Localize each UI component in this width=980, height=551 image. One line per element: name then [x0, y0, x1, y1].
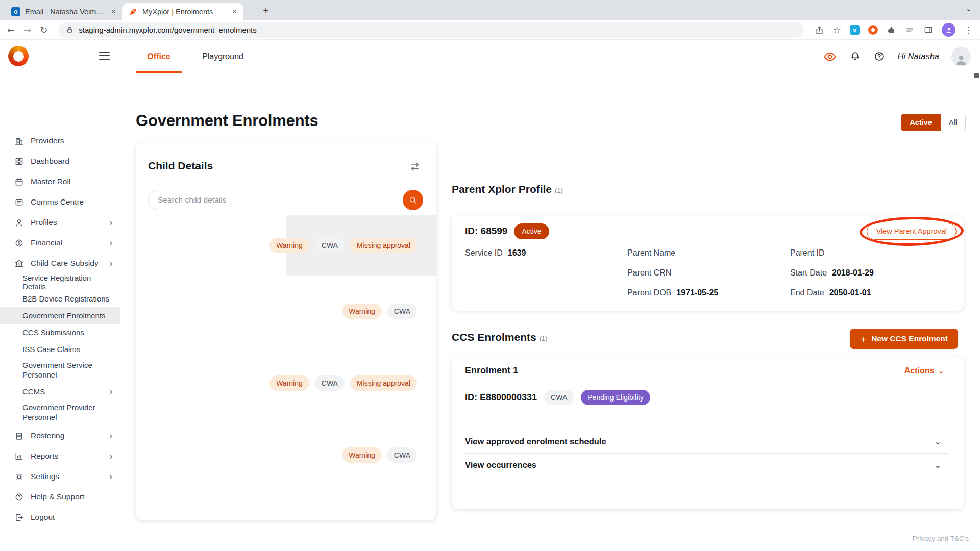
- sidebar-item-label: Child Care Subsidy: [31, 259, 99, 268]
- sidebar-item-label: Logout: [31, 513, 55, 522]
- dashboard-grid-icon: [14, 157, 24, 166]
- child-row[interactable]: Warning CWA Missing approval: [136, 347, 436, 419]
- redacted-child-name: [136, 419, 286, 491]
- user-avatar[interactable]: [951, 47, 971, 66]
- sidebar-subitem-iss-case-claims[interactable]: ISS Case Claims: [0, 341, 120, 358]
- child-row[interactable]: Warning CWA: [136, 276, 436, 347]
- warning-badge: Warning: [342, 304, 382, 319]
- filter-active-button[interactable]: Active: [901, 114, 941, 131]
- side-panel-icon[interactable]: [923, 25, 933, 35]
- eye-preview-icon[interactable]: [823, 49, 837, 64]
- close-tab-icon[interactable]: ×: [231, 7, 238, 16]
- forward-icon[interactable]: →: [23, 24, 31, 35]
- sidebar-item-financial[interactable]: Financial ›: [0, 233, 120, 253]
- row-badges: Warning CWA: [342, 447, 417, 463]
- view-occurrences-expander[interactable]: View occurrences ⌄: [465, 454, 949, 477]
- field-label: Start Date: [790, 268, 827, 278]
- calendar-icon: [14, 177, 24, 187]
- field-label: Service ID: [465, 248, 503, 258]
- browser-tab-bar: o Email - Natasha Veiman - Outl... × MyX…: [0, 0, 980, 20]
- refresh-icon[interactable]: [409, 161, 421, 173]
- annotated-button-wrap: View Parent Approval: [867, 223, 957, 240]
- child-row[interactable]: Warning CWA Missing approval: [136, 215, 436, 276]
- browser-tab-myxplor[interactable]: MyXplor | Enrolments ×: [122, 3, 243, 20]
- reading-list-icon[interactable]: [905, 25, 915, 35]
- parent-crn-field: Parent CRN: [627, 267, 718, 279]
- search-button[interactable]: [403, 190, 423, 210]
- bell-notifications-icon[interactable]: [849, 51, 861, 62]
- sidebar-item-dashboard[interactable]: Dashboard: [0, 151, 120, 171]
- sidebar-item-logout[interactable]: Logout: [0, 507, 120, 528]
- field-label: End Date: [790, 288, 824, 297]
- chevron-down-icon: ⌄: [935, 437, 941, 446]
- sidebar-item-label: Dashboard: [31, 157, 69, 166]
- share-icon[interactable]: [815, 25, 824, 35]
- sidebar-subitem-ccms[interactable]: CCMS›: [0, 383, 120, 400]
- subitem-label: ISS Case Claims: [22, 345, 80, 354]
- sidebar-item-help-support[interactable]: Help & Support: [0, 487, 120, 507]
- sidebar-subitem-government-service-personnel[interactable]: Government Service Personnel: [0, 358, 120, 383]
- menu-hamburger-icon[interactable]: [99, 52, 110, 62]
- sidebar-item-comms-centre[interactable]: Comms Centre: [0, 192, 120, 212]
- address-bar[interactable]: staging-admin.myxplor.com/government_enr…: [58, 22, 804, 38]
- url-text: staging-admin.myxplor.com/government_enr…: [79, 26, 257, 34]
- tab-office[interactable]: Office: [136, 52, 182, 61]
- scrollbar-thumb[interactable]: [974, 73, 979, 78]
- browser-menu-icon[interactable]: ⋮: [964, 25, 973, 35]
- button-label: New CCS Enrolment: [871, 334, 948, 343]
- close-tab-icon[interactable]: ×: [110, 7, 117, 16]
- parent-card-header: ID: 68599 Active View Parent Approval: [465, 222, 957, 240]
- view-approved-schedule-expander[interactable]: View approved enrolment schedule ⌄: [465, 430, 949, 454]
- sidebar-item-rostering[interactable]: Rostering ›: [0, 425, 120, 446]
- orange-extension-icon[interactable]: [868, 25, 878, 35]
- tab-search-chevron-icon[interactable]: ⌄: [965, 4, 972, 13]
- search-input[interactable]: [149, 190, 423, 210]
- sidebar-subitem-b2b-device-registrations[interactable]: B2B Device Registrations: [0, 290, 120, 307]
- new-tab-button[interactable]: +: [259, 4, 273, 17]
- xplor-logo[interactable]: [8, 46, 29, 66]
- bookmark-star-icon[interactable]: ☆: [833, 24, 841, 35]
- heading-text: Parent Xplor Profile: [452, 183, 552, 195]
- sidebar-item-label: Comms Centre: [31, 197, 84, 207]
- help-icon[interactable]: [873, 51, 885, 62]
- reload-icon[interactable]: ↻: [40, 24, 47, 35]
- user-icon: [14, 218, 24, 228]
- sidebar-item-label: Settings: [31, 472, 59, 481]
- app-header: Office Playground Hi Natasha: [0, 40, 980, 73]
- sidebar-subitem-government-provider-personnel[interactable]: Government Provider Personnel: [0, 400, 120, 425]
- field-label: Parent Name: [627, 248, 675, 258]
- user-greeting: Hi Natasha: [897, 52, 939, 61]
- child-row[interactable]: Warning CWA: [136, 419, 436, 491]
- back-icon[interactable]: ←: [7, 24, 15, 35]
- new-ccs-enrolment-button[interactable]: + New CCS Enrolment: [850, 329, 958, 349]
- browser-profile-avatar[interactable]: [942, 23, 955, 37]
- sidebar-item-providers[interactable]: Providers: [0, 131, 120, 151]
- sidebar-item-child-care-subsidy[interactable]: Child Care Subsidy ›: [0, 253, 120, 273]
- building-icon: [14, 136, 24, 146]
- tab-playground[interactable]: Playground: [196, 52, 250, 61]
- actions-menu-button[interactable]: Actions ⌄: [904, 366, 944, 375]
- sidebar-item-reports[interactable]: Reports ›: [0, 446, 120, 466]
- tab-title: MyXplor | Enrolments: [142, 8, 226, 16]
- privacy-terms-link[interactable]: Privacy and T&C's: [913, 535, 969, 542]
- end-date-field: End Date 2050-01-01: [790, 287, 874, 299]
- parent-name-field: Parent Name: [627, 247, 718, 259]
- sidebar-item-master-roll[interactable]: Master Roll: [0, 171, 120, 192]
- subitem-label: CCMS: [22, 387, 45, 396]
- sidebar-subitem-government-enrolments[interactable]: Government Enrolments: [0, 307, 120, 324]
- enrolment-expanders: View approved enrolment schedule ⌄ View …: [465, 430, 949, 477]
- plus-icon: +: [860, 334, 866, 344]
- extensions-puzzle-icon[interactable]: [887, 25, 896, 35]
- enrolment-card-header: Enrolment 1 Actions ⌄: [465, 365, 950, 376]
- field-value: 1639: [508, 248, 526, 258]
- browser-tab-email[interactable]: o Email - Natasha Veiman - Outl... ×: [5, 3, 122, 20]
- sidebar-item-label: Providers: [31, 136, 64, 145]
- sidebar-subitem-service-registration-details[interactable]: Service Registration Details: [0, 273, 120, 290]
- vimeo-extension-icon[interactable]: v: [850, 25, 860, 35]
- sidebar-subitem-ccs-submissions[interactable]: CCS Submissions: [0, 324, 120, 341]
- sidebar-item-profiles[interactable]: Profiles ›: [0, 212, 120, 233]
- service-id-field: Service ID 1639: [465, 247, 526, 259]
- filter-all-button[interactable]: All: [941, 114, 966, 131]
- sidebar-item-settings[interactable]: Settings ›: [0, 466, 120, 487]
- view-parent-approval-button[interactable]: View Parent Approval: [867, 223, 957, 240]
